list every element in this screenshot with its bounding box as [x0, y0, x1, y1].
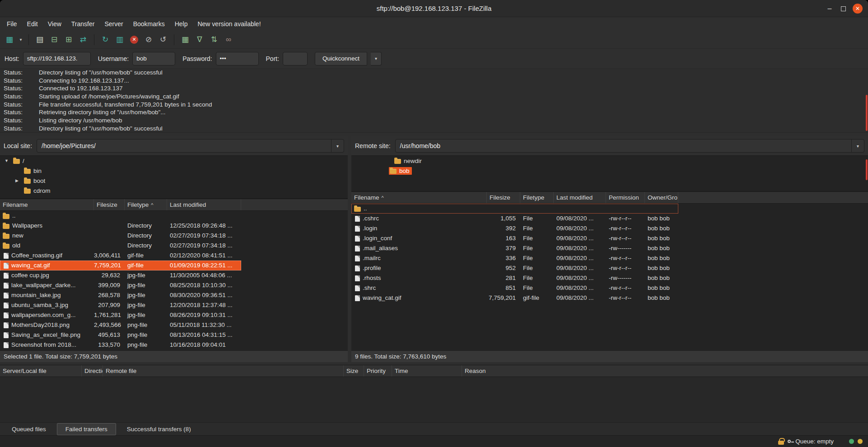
- menu-item[interactable]: Edit: [22, 17, 43, 31]
- splitter-horizontal[interactable]: [0, 133, 868, 136]
- file-row[interactable]: .mail_aliases 379 File 09/08/2020 ... -r…: [351, 243, 678, 253]
- menu-item[interactable]: View: [43, 17, 66, 31]
- remote-treeview-toggle-button[interactable]: ⊞: [62, 33, 75, 47]
- log-scrollbar[interactable]: [866, 95, 868, 131]
- transfer-queue-toggle-button[interactable]: ⇄: [76, 33, 90, 47]
- file-row[interactable]: .rhosts 281 File 09/08/2020 ... -rw-----…: [351, 273, 678, 283]
- queue-tab[interactable]: Queued files: [4, 423, 54, 435]
- column-header[interactable]: Filename ^: [351, 192, 487, 203]
- synchronized-browsing-button[interactable]: ⇅: [207, 33, 221, 47]
- username-input[interactable]: [132, 52, 175, 65]
- port-input[interactable]: [283, 52, 308, 65]
- message-log-toggle-button[interactable]: ▤: [33, 33, 47, 47]
- column-header[interactable]: Filesize: [487, 192, 520, 203]
- column-header[interactable]: Last modified: [554, 192, 606, 203]
- menu-item[interactable]: File: [2, 17, 22, 31]
- file-owner: bob bob: [645, 224, 678, 233]
- queue-column-header[interactable]: Size: [344, 365, 364, 377]
- file-row[interactable]: Coffee_roasting.gif 3,006,411 gif-file 0…: [0, 251, 241, 261]
- queue-column-header[interactable]: Priority: [364, 365, 392, 377]
- menu-item[interactable]: Server: [99, 17, 128, 31]
- tree-item[interactable]: ▼ /: [0, 156, 348, 166]
- minimize-button[interactable]: –: [825, 4, 834, 13]
- column-header[interactable]: Last modified: [167, 199, 241, 210]
- tree-item[interactable]: bob: [351, 166, 868, 176]
- directory-comparison-button[interactable]: ▦: [178, 33, 192, 47]
- file-row[interactable]: .login 392 File 09/08/2020 ... -rw-r--r-…: [351, 224, 678, 233]
- column-header[interactable]: Permission: [606, 192, 645, 203]
- tree-item[interactable]: newdir: [351, 156, 868, 166]
- remote-site-combo[interactable]: /usr/home/bob ▾: [395, 139, 864, 153]
- disconnect-button[interactable]: ⊘: [142, 33, 155, 47]
- tree-item[interactable]: cdrom: [0, 186, 348, 196]
- filezilla-window: sftp://bob@192.168.123.137 - FileZilla –…: [0, 0, 868, 447]
- column-header[interactable]: Filetype ^: [125, 199, 167, 210]
- queue-column-header[interactable]: Directio: [82, 365, 103, 377]
- file-modified: 05/11/2018 11:32:30 ...: [167, 320, 241, 330]
- host-input[interactable]: [23, 52, 91, 65]
- file-row[interactable]: ubuntu_samba_3.jpg 207,909 jpg-file 12/2…: [0, 300, 241, 310]
- close-button[interactable]: ✕: [853, 4, 863, 14]
- queue-column-header[interactable]: Remote file: [103, 365, 344, 377]
- file-row[interactable]: Wallpapers Directory 12/25/2018 09:26:48…: [0, 221, 241, 231]
- chevron-down-icon[interactable]: ▾: [331, 140, 344, 152]
- reconnect-button[interactable]: ↺: [156, 33, 170, 47]
- local-treeview-toggle-button[interactable]: ⊟: [47, 33, 61, 47]
- column-header[interactable]: Filename: [0, 199, 94, 210]
- password-input[interactable]: [216, 52, 259, 65]
- menu-item[interactable]: New version available!: [192, 17, 266, 31]
- file-row[interactable]: waving_cat.gif 7,759,201 gif-file 01/09/…: [0, 261, 241, 270]
- filter-button[interactable]: ∇: [193, 33, 206, 47]
- file-row[interactable]: coffee cup.jpg 29,632 jpg-file 11/30/200…: [0, 270, 241, 280]
- file-row[interactable]: Screenshot from 2018... 133,570 png-file…: [0, 340, 241, 350]
- column-header[interactable]: Filetype: [520, 192, 554, 203]
- find-files-button[interactable]: ∞: [222, 33, 235, 47]
- file-row[interactable]: .profile 952 File 09/08/2020 ... -rw-r--…: [351, 263, 678, 273]
- quickconnect-button[interactable]: Quickconnect: [315, 52, 367, 65]
- transfer-queue-body: [0, 377, 868, 422]
- file-row[interactable]: old Directory 02/27/2019 07:34:18 ...: [0, 241, 241, 251]
- file-row[interactable]: Saving_as_excel_file.png 495,613 png-fil…: [0, 330, 241, 340]
- file-row[interactable]: mountain_lake.jpg 268,578 jpg-file 08/30…: [0, 290, 241, 300]
- site-manager-button[interactable]: ▦: [3, 33, 16, 47]
- queue-column-header[interactable]: Server/Local file: [0, 365, 82, 377]
- tree-item[interactable]: bin: [0, 166, 348, 176]
- column-header[interactable]: Owner/Gro: [645, 192, 678, 203]
- file-row[interactable]: new Directory 02/27/2019 07:34:18 ...: [0, 231, 241, 241]
- local-site-combo[interactable]: /home/joe/Pictures/ ▾: [37, 139, 344, 153]
- file-row[interactable]: ..: [0, 211, 241, 221]
- maximize-button[interactable]: [841, 6, 846, 11]
- menu-item[interactable]: Bookmarks: [128, 17, 170, 31]
- cancel-operation-button[interactable]: ✕: [127, 33, 141, 47]
- file-row[interactable]: ..: [351, 204, 678, 214]
- menu-item[interactable]: Transfer: [66, 17, 100, 31]
- splitter-vertical[interactable]: [348, 136, 351, 362]
- tree-expander-icon[interactable]: ▼: [5, 158, 12, 163]
- tree-item[interactable]: ▶ boot: [0, 176, 348, 186]
- queue-tab[interactable]: Failed transfers: [57, 423, 116, 435]
- file-row[interactable]: waving_cat.gif 7,759,201 gif-file 09/08/…: [351, 293, 678, 303]
- chevron-down-icon[interactable]: ▾: [851, 140, 864, 152]
- menu-item[interactable]: Help: [170, 17, 193, 31]
- log-row: Status: Directory listing of "/usr/home/…: [0, 69, 868, 77]
- file-row[interactable]: .shrc 851 File 09/08/2020 ... -rw-r--r--…: [351, 283, 678, 293]
- file-row[interactable]: .cshrc 1,055 File 09/08/2020 ... -rw-r--…: [351, 214, 678, 224]
- file-row[interactable]: .mailrc 336 File 09/08/2020 ... -rw-r--r…: [351, 253, 678, 263]
- file-row[interactable]: MothersDay2018.png 2,493,566 png-file 05…: [0, 320, 241, 330]
- site-manager-dropdown-button[interactable]: ▾: [17, 33, 24, 47]
- remote-directory-tree: newdir bob: [351, 155, 868, 191]
- column-header-label: Filename: [354, 194, 379, 201]
- remote-tree-scrollbar[interactable]: [866, 159, 868, 180]
- refresh-button[interactable]: ↻: [98, 33, 112, 47]
- file-row[interactable]: lake_wallpaper_darke... 399,009 jpg-file…: [0, 280, 241, 290]
- refresh-icon: ↻: [102, 36, 108, 43]
- file-row[interactable]: .login_conf 163 File 09/08/2020 ... -rw-…: [351, 233, 678, 243]
- tree-expander-icon[interactable]: ▶: [15, 178, 23, 183]
- queue-column-header[interactable]: Time: [392, 365, 462, 377]
- queue-tab[interactable]: Successful transfers (8): [119, 423, 199, 435]
- column-header[interactable]: Filesize: [94, 199, 125, 210]
- file-row[interactable]: wallpapersden.com_g... 1,761,281 jpg-fil…: [0, 310, 241, 320]
- queue-column-header[interactable]: Reason: [462, 365, 868, 377]
- quickconnect-dropdown-button[interactable]: ▾: [371, 52, 382, 65]
- process-queue-button[interactable]: ▥: [113, 33, 126, 47]
